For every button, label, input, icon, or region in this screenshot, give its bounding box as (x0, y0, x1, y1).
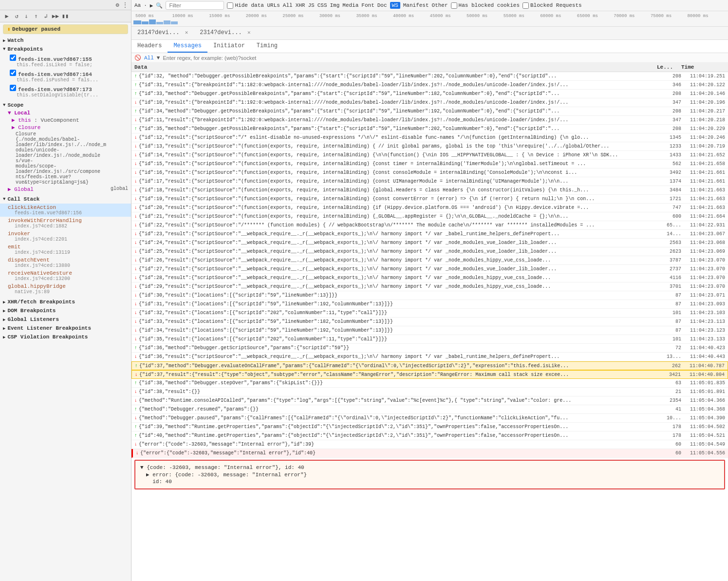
table-row[interactable]: ↑ {"method":"Debugger.resumed","params":… (131, 405, 728, 414)
request-tab-2[interactable]: 2314?devi... ✕ (194, 27, 256, 39)
table-row[interactable]: ↓ {"id":10,"result":{"breakpointId":"1:1… (131, 98, 728, 107)
table-row[interactable]: ↓ {"error":{"code":-32603,"message":"Int… (131, 440, 728, 449)
regex-filter-input[interactable] (163, 55, 725, 61)
subtab-initiator[interactable]: Initiator (207, 40, 251, 53)
callstack-item-4[interactable]: dispatchEvent index.js?4ced:13880 (0, 256, 131, 269)
dot-button[interactable]: · (144, 2, 147, 8)
table-row[interactable]: ↓ {"id":19,"result":{"scriptSource":"(fu… (131, 195, 728, 204)
subtab-timing[interactable]: Timing (251, 40, 283, 53)
all-filter-btn[interactable]: All (144, 55, 154, 61)
dom-section-header[interactable]: ▶ DOM Breakpoints (0, 306, 131, 315)
step-over-icon[interactable]: ↺ (13, 12, 20, 20)
breakpoints-section-header[interactable]: ▼ Breakpoints (0, 45, 131, 54)
manifest-btn[interactable]: Manifest (403, 2, 429, 8)
filter-input[interactable] (166, 1, 224, 10)
resume-icon[interactable]: ▶ (3, 12, 11, 20)
step-out-icon[interactable]: ⇑ (32, 12, 40, 20)
subtab-messages[interactable]: Messages (168, 40, 207, 53)
table-row[interactable]: ↓ {"id":13,"result":{"scriptSource":"(fu… (131, 142, 728, 151)
xhr-section-header[interactable]: ▶ XHR/fetch Breakpoints (0, 298, 131, 306)
table-row[interactable]: ↓ {"id":31,"result":{"locations":[{"scri… (131, 300, 728, 309)
callstack-item-6[interactable]: global.hippyBridge native.js:89 (0, 282, 131, 296)
bp2-checkbox[interactable] (10, 70, 16, 76)
callstack-item-0[interactable]: clickLikeAction feeds-item.vue?d867:156 (0, 204, 131, 217)
table-row[interactable]: ↓ {"id":26,"result":{"scriptSource":"__w… (131, 256, 728, 265)
blocked-requests-checkbox[interactable] (523, 2, 529, 9)
more-icon[interactable]: ⋮ (121, 1, 129, 9)
table-row[interactable]: ↓ {"id":23,"result":{"scriptSource":"__w… (131, 230, 728, 239)
table-row[interactable]: ↓ {"method":"Debugger.paused","params":{… (131, 414, 728, 423)
table-row[interactable]: ↑ {"id":34,"method":"Debugger.getPossibl… (131, 107, 728, 116)
scope-global-item[interactable]: ▶ Global global (0, 186, 131, 193)
call-stack-section-header[interactable]: ▼ Call Stack (0, 195, 131, 204)
media-btn[interactable]: Media (342, 2, 358, 8)
table-row[interactable]: ↓ {"id":22,"result":{"scriptSource":"/**… (131, 221, 728, 230)
table-row[interactable]: ↓ {"id":35,"result":{"locations":[{"scri… (131, 335, 728, 344)
bp3-checkbox[interactable] (10, 85, 16, 91)
no-entry-icon[interactable]: 🚫 (134, 55, 141, 61)
table-row[interactable]: ↓ {"error":{"code":-32603,"message":"Int… (131, 449, 728, 458)
dropdown-arrow[interactable]: ▼ (157, 55, 160, 61)
pause-on-exception-icon[interactable]: ▮▮ (61, 12, 69, 20)
deactivate-icon[interactable]: ▶▶ (52, 12, 59, 20)
global-listeners-header[interactable]: ▶ Global Listeners (0, 315, 131, 324)
hide-data-urls-checkbox[interactable] (227, 2, 233, 9)
other-btn[interactable]: Other (432, 2, 448, 8)
scope-section-header[interactable]: ▼ Scope (0, 101, 131, 110)
event-listener-header[interactable]: ▶ Event Listener Breakpoints (0, 324, 131, 333)
table-row[interactable]: ↑ {"id":33,"method":"Debugger.getPossibl… (131, 90, 728, 98)
csp-header[interactable]: ▶ CSP Violation Breakpoints (0, 333, 131, 341)
cursor-button[interactable]: ▶ (150, 2, 153, 9)
table-row[interactable]: ↑ {"id":37,"method":"Debugger.evaluateOn… (131, 361, 728, 370)
table-row[interactable]: ↑ {"id":32, "method":"Debugger.getPossib… (131, 72, 728, 81)
blocked-cookies-checkbox[interactable] (451, 2, 457, 9)
table-row[interactable]: ↑ {"id":38,"method":"Debugger.stepOver",… (131, 379, 728, 388)
js-btn[interactable]: JS (308, 2, 314, 8)
gear-icon[interactable]: ⚙ (113, 1, 121, 9)
table-row[interactable]: ↓ {"id":32,"result":{"locations":[{"scri… (131, 309, 728, 318)
close-tab-2[interactable]: ✕ (247, 30, 251, 36)
request-tab-1[interactable]: 2314?devi... ✕ (131, 27, 194, 39)
table-row[interactable]: ↓ {"method":"Runtime.consoleAPICalled","… (131, 396, 728, 405)
callstack-item-5[interactable]: receiveNativeGesture index.js?4ced:13200 (0, 269, 131, 282)
table-row[interactable]: ↓ {"id":16,"result":{"scriptSource":"(fu… (131, 169, 728, 177)
bp1-checkbox[interactable] (10, 55, 16, 61)
table-row[interactable]: ↓ {"id":33,"result":{"locations":[{"scri… (131, 318, 728, 326)
table-row[interactable]: ↓ {"id":28,"result":{"scriptSource":"__w… (131, 274, 728, 282)
zoom-button[interactable]: 🔍 (156, 2, 163, 9)
table-row[interactable]: ↓ {"id":17,"result":{"scriptSource":"(fu… (131, 177, 728, 186)
step-into-icon[interactable]: ⇓ (22, 12, 30, 20)
scope-local-header[interactable]: ▼ Local (0, 110, 131, 116)
callstack-item-3[interactable]: emit index.js?4ced:13119 (0, 243, 131, 256)
aa-button[interactable]: Aa (134, 2, 141, 8)
all-btn[interactable]: All (283, 2, 293, 8)
table-row[interactable]: ↓ {"id":25,"result":{"scriptSource":"__w… (131, 247, 728, 256)
table-row[interactable]: ↓ {"id":24,"result":{"scriptSource":"__w… (131, 239, 728, 247)
img-btn[interactable]: Img (330, 2, 340, 8)
table-row[interactable]: ↓ {"id":27,"result":{"scriptSource":"__w… (131, 265, 728, 274)
table-row[interactable]: ↓ {"id":21,"result":{"scriptSource":"(fu… (131, 212, 728, 221)
watch-section-header[interactable]: ▶ Watch (0, 36, 131, 45)
table-row[interactable]: ↓ {"id":20,"result":{"scriptSource":"(fu… (131, 204, 728, 212)
close-tab-1[interactable]: ✕ (185, 30, 188, 36)
table-row[interactable]: ↑ {"id":39,"method":"Runtime.getProperti… (131, 423, 728, 431)
css-btn[interactable]: CSS (317, 2, 327, 8)
subtab-headers[interactable]: Headers (131, 40, 168, 53)
table-row[interactable]: ↓ {"id":12,"result":{"scriptSource":"/* … (131, 133, 728, 142)
table-row[interactable]: ↓ {"id":38,"result":{}}2111:05:01.891 (131, 388, 728, 396)
table-row[interactable]: ↓ {"id":37,"result":{"result":{"type":"o… (131, 370, 728, 379)
font-btn[interactable]: Font (361, 2, 374, 8)
table-row[interactable]: ↓ {"id":36,"result":{"scriptSource":"__w… (131, 353, 728, 361)
table-row[interactable]: ↓ {"id":30,"result":{"locations":[{"scri… (131, 291, 728, 300)
table-row[interactable]: ↓ {"id":15,"result":{"scriptSource":"(fu… (131, 160, 728, 169)
xhr-btn[interactable]: XHR (296, 2, 305, 8)
ws-btn[interactable]: WS (390, 2, 400, 9)
table-row[interactable]: ↓ {"id":29,"result":{"scriptSource":"__w… (131, 282, 728, 291)
table-row[interactable]: ↑ {"id":35,"method":"Debugger.getPossibl… (131, 125, 728, 133)
table-row[interactable]: ↑ {"id":31,"result":{"breakpointId":"1:1… (131, 81, 728, 90)
doc-btn[interactable]: Doc (377, 2, 387, 8)
table-row[interactable]: ↓ {"id":11,"result":{"breakpointId":"1:2… (131, 116, 728, 125)
step-back-icon[interactable]: ↲ (42, 12, 50, 20)
callstack-item-1[interactable]: invokeWithErrorHandling index.js?4ced:18… (0, 217, 131, 230)
table-row[interactable]: ↓ {"id":14,"result":{"scriptSource":"(fu… (131, 151, 728, 160)
